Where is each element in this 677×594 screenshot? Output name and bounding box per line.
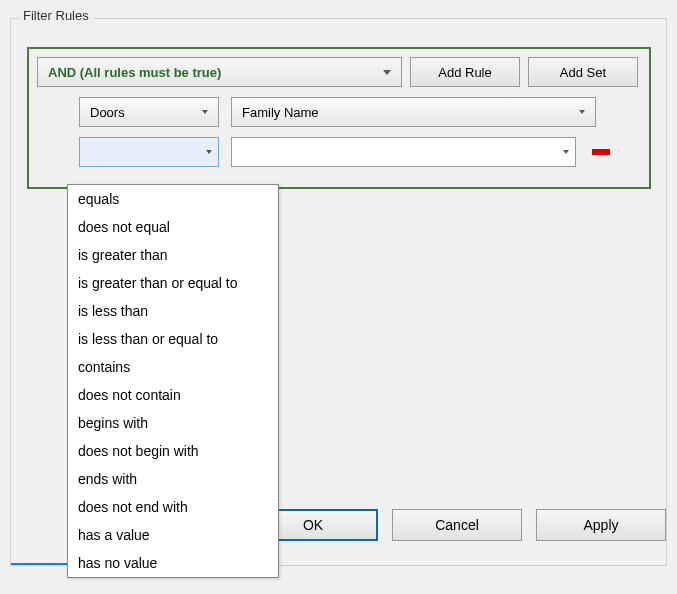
- remove-rule-icon[interactable]: [592, 149, 610, 155]
- chevron-down-icon: [579, 110, 585, 114]
- parameter-select-label: Family Name: [242, 105, 319, 120]
- chevron-down-icon: [202, 110, 208, 114]
- chevron-down-icon: [563, 150, 569, 154]
- category-select[interactable]: Doors: [79, 97, 219, 127]
- operator-option[interactable]: begins with: [68, 409, 278, 437]
- operator-option[interactable]: is less than: [68, 297, 278, 325]
- rules-panel: AND (All rules must be true) Add Rule Ad…: [27, 47, 651, 189]
- group-title: Filter Rules: [19, 8, 93, 23]
- operator-row: [79, 137, 610, 167]
- chevron-down-icon: [383, 70, 391, 75]
- add-rule-button[interactable]: Add Rule: [410, 57, 520, 87]
- operator-option[interactable]: does not end with: [68, 493, 278, 521]
- operator-option[interactable]: is less than or equal to: [68, 325, 278, 353]
- apply-button[interactable]: Apply: [536, 509, 666, 541]
- operator-option[interactable]: has no value: [68, 549, 278, 577]
- chevron-down-icon: [206, 150, 212, 154]
- operator-option[interactable]: does not begin with: [68, 437, 278, 465]
- category-row: Doors Family Name: [79, 97, 596, 127]
- operator-dropdown-list[interactable]: equals does not equal is greater than is…: [67, 184, 279, 578]
- operator-select[interactable]: [79, 137, 219, 167]
- operator-option[interactable]: has a value: [68, 521, 278, 549]
- value-select[interactable]: [231, 137, 576, 167]
- logic-select[interactable]: AND (All rules must be true): [37, 57, 402, 87]
- operator-option[interactable]: contains: [68, 353, 278, 381]
- add-set-button[interactable]: Add Set: [528, 57, 638, 87]
- operator-option[interactable]: equals: [68, 185, 278, 213]
- logic-select-label: AND (All rules must be true): [48, 65, 221, 80]
- operator-option[interactable]: ends with: [68, 465, 278, 493]
- and-row: AND (All rules must be true) Add Rule Ad…: [37, 57, 638, 87]
- operator-option[interactable]: does not equal: [68, 213, 278, 241]
- operator-option[interactable]: is greater than: [68, 241, 278, 269]
- parameter-select[interactable]: Family Name: [231, 97, 596, 127]
- category-select-label: Doors: [90, 105, 125, 120]
- cancel-button[interactable]: Cancel: [392, 509, 522, 541]
- dialog-button-bar: OK Cancel Apply: [248, 509, 666, 541]
- divider-accent: [11, 563, 69, 565]
- operator-option[interactable]: does not contain: [68, 381, 278, 409]
- operator-option[interactable]: is greater than or equal to: [68, 269, 278, 297]
